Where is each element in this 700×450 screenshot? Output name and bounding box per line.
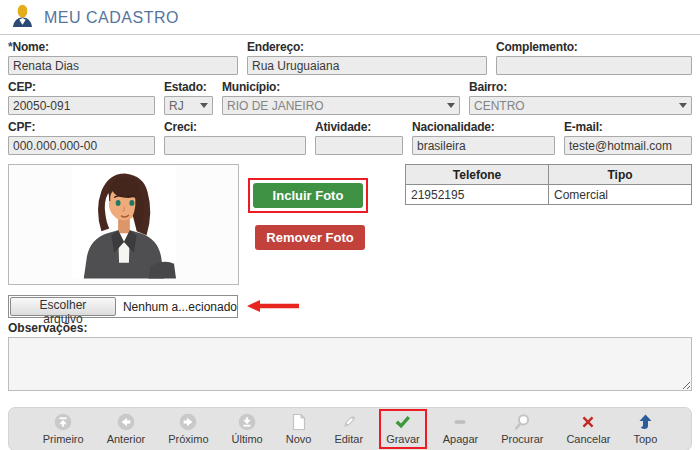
form-row-2: CEP: Estado: RJ Município: RIO DE JANEIR…: [8, 75, 692, 115]
search-icon: [513, 413, 531, 431]
phone-col-header: Telefone: [406, 165, 549, 185]
estado-label: Estado:: [164, 80, 213, 94]
toolbar-item-gravar[interactable]: Gravar: [379, 409, 427, 449]
cpf-input[interactable]: [8, 136, 155, 155]
email-label: E-mail:: [564, 120, 692, 134]
file-status-text: Nenhum a...ecionado: [116, 300, 237, 314]
page-title: MEU CADASTRO: [44, 9, 179, 27]
page-header: MEU CADASTRO: [0, 0, 700, 35]
email-input[interactable]: [564, 136, 692, 155]
previous-icon: [117, 413, 135, 431]
phone-table: Telefone Tipo 21952195 Comercial: [405, 164, 692, 205]
bairro-label: Bairro:: [469, 80, 692, 94]
cancel-icon: [579, 413, 597, 431]
nacionalidade-input[interactable]: [412, 136, 555, 155]
nome-input[interactable]: [8, 56, 238, 75]
annotation-box-incluir-foto: Incluir Foto: [248, 178, 368, 213]
toolbar-item-primeiro[interactable]: Primeiro: [36, 409, 91, 449]
form-row-3: CPF: Creci: Atividade: Nacionalidade: E-…: [8, 115, 692, 155]
dropdown-arrow-icon: [447, 103, 455, 108]
observacoes-label: Observações:: [8, 321, 692, 335]
phone-number-cell: 21952195: [406, 185, 549, 205]
toolbar-item-editar[interactable]: Editar: [327, 409, 370, 449]
atividade-input[interactable]: [315, 136, 403, 155]
form-row-1: *Nome: Endereço: Complemento:: [8, 35, 692, 75]
toolbar-item-procurar[interactable]: Procurar: [494, 409, 550, 449]
first-icon: [54, 413, 72, 431]
phone-table-row[interactable]: 21952195 Comercial: [406, 185, 692, 205]
nome-label: *Nome:: [8, 40, 238, 54]
photo-phone-section: Incluir Foto Remover Foto Telefone Tipo …: [8, 162, 692, 318]
phone-type-cell: Comercial: [549, 185, 692, 205]
delete-icon: [451, 413, 469, 431]
cep-input[interactable]: [8, 96, 155, 115]
save-check-icon: [393, 413, 412, 431]
meu-cadastro-page: MEU CADASTRO *Nome: Endereço: Complement…: [0, 0, 700, 450]
creci-input[interactable]: [164, 136, 306, 155]
toolbar-item-topo[interactable]: Topo: [626, 409, 664, 449]
complemento-label: Complemento:: [496, 40, 692, 54]
next-icon: [179, 413, 197, 431]
creci-label: Creci:: [164, 120, 306, 134]
top-icon: [636, 413, 654, 431]
nacionalidade-label: Nacionalidade:: [412, 120, 555, 134]
observacoes-textarea[interactable]: [8, 337, 692, 391]
choose-file-button[interactable]: Escolher arquivo: [10, 297, 116, 316]
navigation-toolbar: Primeiro Anterior: [8, 407, 692, 450]
bairro-select[interactable]: CENTRO: [469, 96, 692, 115]
estado-select[interactable]: RJ: [164, 96, 213, 115]
last-icon: [238, 413, 256, 431]
cep-label: CEP:: [8, 80, 155, 94]
toolbar-item-novo[interactable]: Novo: [279, 409, 319, 449]
edit-icon: [340, 413, 358, 431]
user-icon: [10, 3, 35, 33]
remover-foto-button[interactable]: Remover Foto: [255, 225, 365, 250]
incluir-foto-button[interactable]: Incluir Foto: [253, 183, 363, 208]
municipio-label: Município:: [222, 80, 460, 94]
profile-photo-frame: [8, 164, 239, 285]
new-icon: [290, 413, 308, 431]
complemento-input[interactable]: [496, 56, 692, 75]
atividade-label: Atividade:: [315, 120, 403, 134]
toolbar-item-ultimo[interactable]: Último: [225, 409, 270, 449]
toolbar-item-cancelar[interactable]: Cancelar: [559, 409, 617, 449]
endereco-input[interactable]: [247, 56, 487, 75]
file-input: Escolher arquivo Nenhum a...ecionado: [8, 295, 238, 318]
dropdown-arrow-icon: [679, 103, 687, 108]
woman-avatar-image: [72, 166, 176, 283]
toolbar-item-apagar[interactable]: Apagar: [436, 409, 485, 449]
cpf-label: CPF:: [8, 120, 155, 134]
toolbar-item-proximo[interactable]: Próximo: [161, 409, 215, 449]
type-col-header: Tipo: [549, 165, 692, 185]
annotation-arrow-icon: [246, 299, 300, 317]
municipio-select[interactable]: RIO DE JANEIRO: [222, 96, 460, 115]
toolbar-item-anterior[interactable]: Anterior: [100, 409, 153, 449]
phone-table-header-row: Telefone Tipo: [406, 165, 692, 185]
endereco-label: Endereço:: [247, 40, 487, 54]
dropdown-arrow-icon: [200, 103, 208, 108]
